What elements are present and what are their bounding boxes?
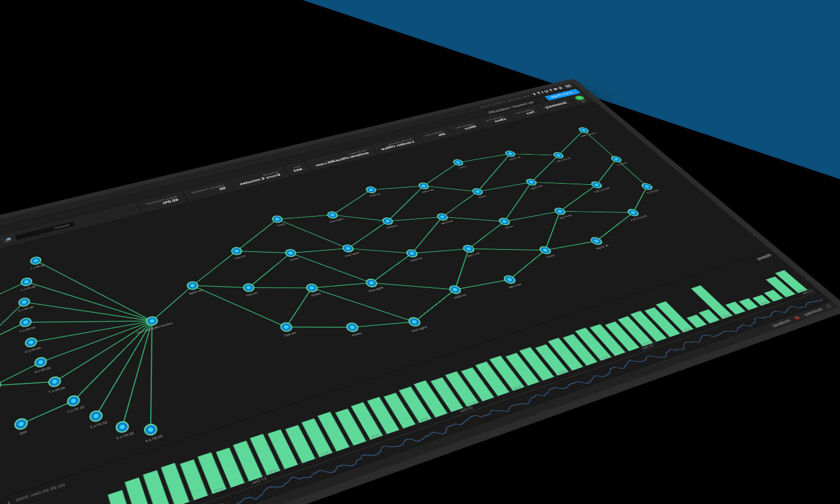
svg-line-32 xyxy=(324,190,381,215)
search-icon[interactable]: 🔍 xyxy=(2,236,13,244)
topo-node[interactable]: outlook.office365.com xyxy=(132,312,173,334)
topo-node[interactable]: 78.110.170.1 xyxy=(548,151,572,163)
topology-canvas[interactable]: London Office10.44.1.110.44.1.578.110.17… xyxy=(0,101,771,502)
topo-node[interactable]: edge-lon4 xyxy=(404,316,428,333)
history-bar[interactable] xyxy=(367,397,400,435)
topo-node[interactable]: core2 xyxy=(471,188,487,199)
history-bar[interactable] xyxy=(318,412,349,451)
history-bar[interactable] xyxy=(431,377,463,412)
topo-node[interactable]: London Office xyxy=(573,126,598,138)
history-bar[interactable] xyxy=(618,316,653,346)
topo-node[interactable]: hop xyxy=(0,380,2,397)
topo-node[interactable]: hop xyxy=(14,417,30,436)
history-bar[interactable] xyxy=(399,386,432,423)
history-bar[interactable] xyxy=(216,447,245,488)
topo-node[interactable]: xe-0/0/3 xyxy=(404,249,423,263)
chevron-left-icon[interactable]: ‹ xyxy=(7,500,11,504)
topo-node[interactable]: core4 xyxy=(538,246,556,259)
svg-text:peer4: peer4 xyxy=(351,332,362,337)
svg-text:40.99.x.7: 40.99.x.7 xyxy=(48,385,66,394)
topo-node[interactable]: be-12.gw xyxy=(502,150,521,161)
topo-node[interactable]: 52.97.x.2 xyxy=(86,409,108,429)
history-bar[interactable] xyxy=(699,309,720,323)
topo-node[interactable]: 40.99.x.2 xyxy=(18,276,36,291)
history-bar[interactable] xyxy=(384,393,416,428)
topo-node[interactable]: 52.97.x.1 xyxy=(64,394,85,413)
history-bar[interactable] xyxy=(268,430,298,469)
topo-node[interactable]: ms-az1 xyxy=(230,246,246,260)
history-bar[interactable] xyxy=(605,321,639,351)
topo-node[interactable]: ms-az2 xyxy=(241,282,259,297)
history-bar[interactable] xyxy=(739,298,758,310)
topo-node[interactable]: xe-0/0/2 xyxy=(380,217,398,230)
history-bar[interactable] xyxy=(414,380,447,417)
history-bar[interactable] xyxy=(461,367,494,402)
history-bar[interactable] xyxy=(335,409,366,446)
history-bar[interactable] xyxy=(631,311,667,342)
topo-node[interactable]: peer3 xyxy=(305,283,321,297)
topo-node[interactable]: 40.99.x.1 xyxy=(27,255,45,270)
history-bar[interactable] xyxy=(143,470,170,504)
history-bar[interactable] xyxy=(575,328,612,361)
topo-node[interactable]: ae-7.dist xyxy=(460,244,480,258)
topo-node[interactable]: 40.99.x.3 xyxy=(16,296,34,312)
history-bar[interactable] xyxy=(764,290,783,301)
topo-node[interactable]: 40.99.x.4 xyxy=(17,316,36,333)
svg-point-221 xyxy=(18,421,24,427)
topo-node[interactable]: edge-lon2 xyxy=(339,243,360,258)
topo-node[interactable]: peer4 xyxy=(345,322,362,338)
info-icon[interactable]: ⓘ xyxy=(824,304,834,310)
history-bar[interactable] xyxy=(285,425,315,463)
history-bar[interactable] xyxy=(475,362,510,396)
topo-node[interactable]: ae-30.gw xyxy=(587,236,609,250)
topo-node[interactable]: 40.99.x.5 xyxy=(22,336,41,353)
topo-node[interactable]: 52.97.x.3 xyxy=(112,419,134,440)
topo-node[interactable]: ae-5.dist xyxy=(416,181,434,193)
history-bar[interactable] xyxy=(108,490,132,504)
topo-node[interactable]: ae-27.gw xyxy=(550,207,572,220)
topo-node[interactable]: be-15.gw xyxy=(522,178,543,190)
history-bar[interactable] xyxy=(656,301,693,333)
summary-title: Summary xyxy=(544,101,568,109)
topo-node[interactable]: xe-0/0/4 xyxy=(446,284,466,300)
history-bar[interactable] xyxy=(445,371,479,407)
history-bar[interactable] xyxy=(563,334,598,366)
history-bar[interactable] xyxy=(161,463,189,504)
history-bar[interactable] xyxy=(233,441,263,482)
history-bar[interactable] xyxy=(535,344,569,376)
topo-node[interactable]: core1 xyxy=(452,159,467,169)
topo-node[interactable]: ms-az3 xyxy=(278,321,297,337)
topo-node[interactable]: edge-lon1 xyxy=(324,210,344,223)
history-bar[interactable] xyxy=(301,418,332,458)
history-bar[interactable] xyxy=(351,402,383,440)
history-bar[interactable] xyxy=(590,324,626,356)
topo-node[interactable]: 10.44.1.5 xyxy=(638,182,660,194)
history-bar[interactable] xyxy=(506,353,539,386)
history-bar[interactable] xyxy=(125,478,152,504)
history-bar[interactable] xyxy=(198,452,227,494)
history-bar[interactable] xyxy=(766,277,796,297)
history-bar[interactable] xyxy=(548,338,583,371)
history-bar[interactable] xyxy=(691,286,732,319)
svg-point-191 xyxy=(28,340,34,345)
topo-node[interactable]: 78.110.170.5 xyxy=(586,180,611,193)
history-bar[interactable] xyxy=(725,302,745,315)
topo-node[interactable]: ae-8.dist xyxy=(501,274,522,290)
topo-node[interactable]: ms-edge xyxy=(184,280,203,295)
history-bar[interactable] xyxy=(753,295,771,306)
topo-node[interactable]: 10.44.1.1 xyxy=(608,155,628,166)
topo-node[interactable]: core3 xyxy=(497,217,514,230)
topo-node[interactable]: 40.99.x.6 xyxy=(31,356,52,374)
topo-node[interactable]: peer2 xyxy=(284,249,300,262)
topo-node[interactable]: peer1 xyxy=(271,215,286,227)
history-bar[interactable] xyxy=(180,459,208,500)
bug-icon[interactable]: 🐞 xyxy=(792,315,801,320)
history-sparkline[interactable]: All Dashboards xyxy=(12,292,826,504)
history-bar[interactable] xyxy=(519,347,554,381)
topo-node[interactable]: 52.97.x.4 xyxy=(141,422,163,443)
menu-icon[interactable] xyxy=(564,85,572,88)
svg-point-172 xyxy=(186,281,199,291)
history-bar[interactable] xyxy=(645,307,680,337)
topo-node[interactable]: xe-0/0/1 xyxy=(363,185,381,197)
history-bar[interactable] xyxy=(489,356,525,391)
